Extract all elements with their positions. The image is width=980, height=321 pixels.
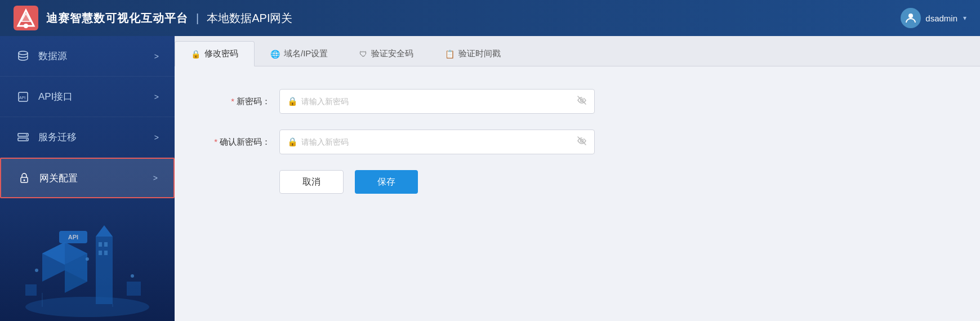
lock-tab-icon: 🔒 <box>191 50 201 59</box>
sidebar-item-gateway-label: 网关配置 <box>39 172 153 185</box>
header: 迪赛智慧数可视化互动平台 | 本地数据API网关 dsadmin ▾ <box>0 0 980 36</box>
sidebar-item-migration[interactable]: 服务迁移 > <box>0 117 175 158</box>
svg-rect-24 <box>104 251 108 255</box>
svg-rect-25 <box>59 231 87 243</box>
new-password-input[interactable] <box>279 89 595 114</box>
globe-tab-icon: 🌐 <box>270 50 280 59</box>
svg-marker-16 <box>42 242 87 265</box>
svg-marker-15 <box>42 242 65 282</box>
svg-rect-21 <box>99 242 102 247</box>
svg-rect-29 <box>25 284 37 296</box>
svg-point-5 <box>19 51 28 55</box>
sidebar-item-migration-arrow: > <box>154 133 159 142</box>
form-area: *新密码： 🔒 * <box>175 66 980 321</box>
svg-marker-18 <box>65 242 87 282</box>
svg-marker-20 <box>96 225 113 237</box>
lock-icon <box>17 171 32 185</box>
new-password-input-wrap: 🔒 <box>279 89 595 114</box>
clock-tab-icon: 📋 <box>445 50 455 59</box>
sidebar-item-datasource-arrow: > <box>154 52 159 61</box>
confirm-password-label: *确认新密码： <box>208 137 270 148</box>
eye-icon-new[interactable] <box>577 95 587 108</box>
tab-domain-ip[interactable]: 🌐 域名/IP设置 <box>255 41 344 66</box>
content: 🔒 修改密码 🌐 域名/IP设置 🛡 验证安全码 📋 验证时间戳 *新密码： <box>175 36 980 321</box>
svg-point-31 <box>35 269 38 272</box>
sidebar-item-api[interactable]: API API接口 > <box>0 77 175 117</box>
server-icon <box>16 130 30 145</box>
api-icon: API <box>16 90 30 104</box>
sidebar-item-gateway-arrow: > <box>153 173 158 182</box>
main-layout: 数据源 > API API接口 > <box>0 36 980 321</box>
avatar <box>901 8 921 28</box>
sidebar-illustration: API <box>0 197 175 321</box>
tab-change-password[interactable]: 🔒 修改密码 <box>175 41 255 66</box>
eye-icon-confirm[interactable] <box>577 136 587 148</box>
svg-point-4 <box>908 14 913 18</box>
svg-text:API: API <box>19 96 25 100</box>
svg-point-3 <box>24 24 28 28</box>
confirm-required-star: * <box>214 137 217 146</box>
new-password-label: *新密码： <box>208 96 270 107</box>
button-row: 取消 保存 <box>279 170 946 194</box>
sidebar-nav: 数据源 > API API接口 > <box>0 36 175 198</box>
svg-rect-30 <box>127 282 141 296</box>
header-subtitle: 本地数据API网关 <box>207 11 292 26</box>
database-icon <box>16 49 30 64</box>
shield-tab-icon: 🛡 <box>359 50 367 59</box>
sidebar-item-datasource-label: 数据源 <box>38 50 154 63</box>
required-star: * <box>231 96 234 106</box>
svg-rect-22 <box>104 242 108 247</box>
save-button[interactable]: 保存 <box>355 170 418 194</box>
svg-point-33 <box>86 257 89 261</box>
svg-point-32 <box>131 274 134 278</box>
header-divider: | <box>196 12 199 25</box>
confirm-password-row: *确认新密码： 🔒 <box>208 130 946 154</box>
svg-point-11 <box>26 139 27 140</box>
sidebar-item-api-label: API接口 <box>38 90 154 103</box>
tabs-bar: 🔒 修改密码 🌐 域名/IP设置 🛡 验证安全码 📋 验证时间戳 <box>175 36 980 66</box>
confirm-password-input-wrap: 🔒 <box>279 130 595 154</box>
tab-verify-code[interactable]: 🛡 验证安全码 <box>344 41 429 66</box>
svg-rect-23 <box>99 251 102 255</box>
sidebar-item-migration-label: 服务迁移 <box>38 131 154 144</box>
svg-point-13 <box>24 180 25 181</box>
sidebar-item-gateway[interactable]: 网关配置 > <box>0 158 175 198</box>
cancel-button[interactable]: 取消 <box>279 170 344 194</box>
lock-input-icon: 🔒 <box>287 96 298 106</box>
sidebar-item-api-arrow: > <box>154 92 159 101</box>
logo <box>14 6 38 30</box>
svg-rect-19 <box>96 237 113 304</box>
username-label: dsadmin <box>925 14 957 23</box>
user-menu[interactable]: dsadmin ▾ <box>901 8 966 28</box>
sidebar-item-datasource[interactable]: 数据源 > <box>0 36 175 77</box>
header-title: 迪赛智慧数可视化互动平台 <box>46 11 188 26</box>
svg-text:API: API <box>68 234 78 240</box>
tab-verify-time[interactable]: 📋 验证时间戳 <box>429 41 516 66</box>
new-password-row: *新密码： 🔒 <box>208 89 946 114</box>
lock-input-icon-confirm: 🔒 <box>287 137 298 147</box>
svg-point-14 <box>25 297 149 317</box>
svg-point-10 <box>26 134 27 135</box>
chevron-down-icon: ▾ <box>963 14 966 22</box>
sidebar: 数据源 > API API接口 > <box>0 36 175 321</box>
confirm-password-input[interactable] <box>279 130 595 154</box>
svg-marker-17 <box>65 253 87 293</box>
